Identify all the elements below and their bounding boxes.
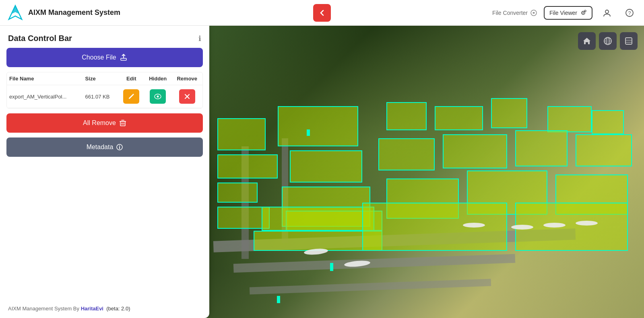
back-button[interactable]	[313, 4, 331, 22]
panel-info-icon[interactable]: ℹ	[198, 34, 201, 43]
col-edit: Edit	[118, 72, 144, 85]
remove-cell	[172, 85, 203, 108]
svg-rect-14	[625, 38, 632, 44]
building-r9	[576, 134, 632, 166]
building-r3	[491, 98, 527, 128]
main-content: Data Control Bar ℹ Choose File File Name	[0, 26, 644, 318]
svg-text:?: ?	[628, 10, 631, 16]
svg-rect-17	[121, 58, 126, 60]
building-r6	[378, 138, 435, 170]
tower-1	[307, 129, 310, 136]
hidden-cell	[144, 85, 172, 108]
file-converter-label: File Converter	[492, 10, 528, 16]
metadata-button[interactable]: Metadata	[6, 137, 203, 157]
terminal-1	[262, 207, 374, 231]
chat-icon: ?	[625, 8, 634, 17]
file-size-cell: 661.07 KB	[83, 85, 119, 108]
metadata-label: Metadata	[87, 144, 114, 151]
chat-button[interactable]: ?	[621, 5, 638, 21]
file-name-cell: export_AM_VerticalPol...	[7, 85, 83, 108]
user-button[interactable]	[599, 5, 615, 21]
map-globe-button[interactable]	[599, 32, 617, 50]
building-r4	[547, 106, 592, 132]
file-table-container: File Name Size Edit Hidden Remove export…	[6, 72, 203, 109]
plane-4	[511, 225, 533, 230]
app-logo	[6, 4, 24, 22]
globe-icon	[603, 37, 612, 45]
layers-icon	[624, 37, 633, 45]
panel-title: Data Control Bar	[8, 34, 72, 43]
svg-point-6	[605, 10, 609, 13]
nav-file-converter[interactable]: File Converter	[492, 9, 537, 16]
building-6	[290, 150, 362, 183]
header-right: File Converter File Viewer ?	[492, 5, 638, 21]
building-r7	[443, 134, 507, 168]
col-hidden: Hidden	[144, 72, 172, 85]
map-controls	[578, 32, 638, 50]
sidebar-panel: Data Control Bar ℹ Choose File File Name	[0, 26, 209, 318]
svg-point-5	[584, 10, 586, 12]
converter-icon	[530, 9, 537, 16]
footer-beta: (beta: 2.0)	[106, 306, 130, 312]
choose-file-button[interactable]: Choose File	[6, 48, 203, 67]
metadata-info-icon	[116, 144, 123, 150]
col-size: Size	[83, 72, 119, 85]
user-icon	[603, 8, 611, 17]
panel-body: Choose File File Name Size Edit Hidden	[0, 48, 209, 299]
building-1	[217, 118, 266, 150]
plane-5	[543, 223, 566, 228]
map-layers-button[interactable]	[620, 32, 638, 50]
upload-icon	[120, 53, 128, 62]
x-icon	[184, 94, 190, 99]
runway-third	[250, 279, 491, 295]
app-title: AIXM Management System	[28, 8, 120, 17]
home-icon	[582, 37, 591, 45]
building-r8	[515, 130, 568, 166]
building-2	[217, 154, 278, 178]
remove-file-button[interactable]	[179, 89, 195, 104]
warehouse-1	[362, 203, 507, 251]
col-remove: Remove	[172, 72, 203, 85]
nav-file-viewer[interactable]: File Viewer	[544, 6, 592, 20]
tower-3	[277, 296, 280, 303]
viewer-icon	[580, 9, 587, 16]
building-r1	[386, 102, 427, 130]
toggle-visibility-button[interactable]	[150, 89, 166, 104]
map-home-button[interactable]	[578, 32, 596, 50]
logo-area: AIXM Management System	[6, 4, 120, 22]
building-5	[278, 106, 358, 146]
header-center	[313, 4, 331, 22]
edit-button[interactable]	[123, 89, 139, 104]
runway-secondary	[233, 254, 515, 273]
back-arrow-icon	[318, 9, 326, 17]
all-remove-label: All Remove	[83, 119, 116, 127]
panel-footer: AIXM Management System By HaritaEvi (bet…	[0, 299, 209, 318]
pencil-icon	[128, 93, 134, 100]
footer-text: AIXM Management System By	[8, 306, 81, 312]
svg-point-30	[119, 146, 120, 146]
edit-cell	[118, 85, 144, 108]
svg-point-4	[583, 12, 584, 13]
all-remove-button[interactable]: All Remove	[6, 113, 203, 133]
tower-2	[330, 263, 333, 271]
building-r2	[435, 106, 483, 130]
choose-file-label: Choose File	[82, 54, 116, 61]
footer-link[interactable]: HaritaEvi	[81, 306, 103, 312]
table-row: export_AM_VerticalPol... 661.07 KB	[7, 85, 202, 108]
app-header: AIXM Management System File Converter Fi…	[0, 0, 644, 26]
file-viewer-label: File Viewer	[549, 10, 577, 16]
trash-icon	[119, 119, 126, 127]
plane-3	[463, 223, 485, 228]
building-r5	[592, 110, 624, 134]
plane-6	[576, 221, 598, 226]
col-filename: File Name	[7, 72, 83, 85]
building-3	[217, 183, 258, 203]
svg-point-20	[157, 96, 159, 98]
panel-header: Data Control Bar ℹ	[0, 26, 209, 48]
eye-icon	[154, 94, 161, 99]
file-table: File Name Size Edit Hidden Remove export…	[7, 72, 202, 108]
